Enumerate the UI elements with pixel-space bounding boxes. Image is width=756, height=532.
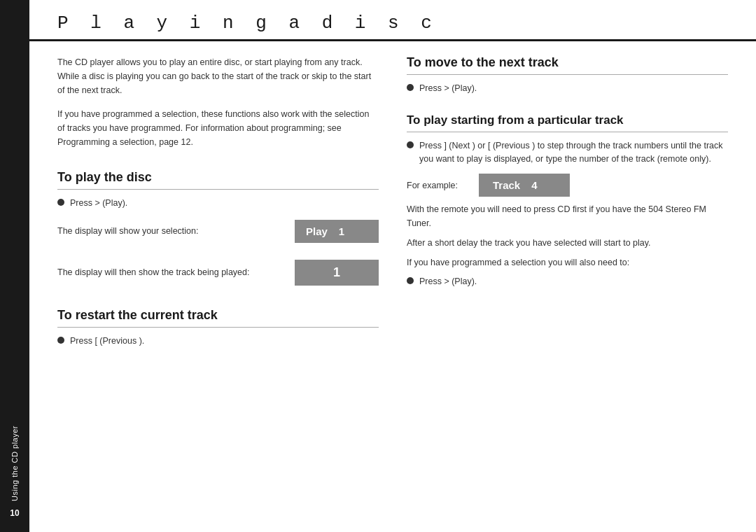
section-next-track-heading: To move to the next track [407, 55, 728, 75]
page-title: P l a y i n g a d i s c [57, 13, 728, 39]
number-display-box: 1 [295, 260, 379, 286]
play-box-text: Play [306, 225, 328, 237]
track-display-box: Track 4 [479, 174, 570, 197]
section-restart-heading: To restart the current track [57, 308, 379, 328]
final-bullet: Press > (Play). [407, 275, 728, 288]
left-column: The CD player allows you to play an enti… [57, 55, 379, 532]
right-column: To move to the next track Press > (Play)… [407, 55, 728, 532]
intro-para-2: If you have programmed a selection, thes… [57, 107, 379, 149]
content-area: The CD player allows you to play an enti… [29, 55, 756, 532]
sidebar-label: Using the CD player [10, 426, 19, 501]
para-3: If you have programmed a selection you w… [407, 255, 728, 270]
particular-track-bullet: Press ] (Next ) or [ (Previous ) to step… [407, 139, 728, 166]
track-box-text: Track [493, 179, 520, 191]
play-box-number: 1 [339, 225, 344, 237]
track-box-number: 4 [531, 179, 537, 191]
for-example-label: For example: [407, 181, 458, 190]
final-bullet-text: Press > (Play). [419, 275, 477, 288]
display-label-row-1: The display will show your selection: Pl… [57, 216, 379, 247]
bullet-dot-icon-2 [57, 337, 64, 344]
section-play-disc-heading: To play the disc [57, 170, 379, 190]
page-number: 10 [10, 508, 19, 518]
play-disc-bullet: Press > (Play). [57, 197, 379, 210]
display-label-1: The display will show your selection: [57, 225, 267, 238]
restart-bullet: Press [ (Previous ). [57, 335, 379, 348]
page-header: P l a y i n g a d i s c [29, 0, 756, 41]
bullet-dot-icon-4 [407, 141, 414, 148]
particular-track-bullet-text: Press ] (Next ) or [ (Previous ) to step… [419, 139, 728, 166]
play-disc-bullet-text: Press > (Play). [70, 197, 127, 210]
bullet-dot-icon-5 [407, 277, 414, 284]
para-2: After a short delay the track you have s… [407, 236, 728, 250]
display-label-row-2: The display will then show the track bei… [57, 255, 379, 290]
number-box-text: 1 [333, 265, 340, 280]
next-track-bullet-text: Press > (Play). [419, 82, 477, 95]
bullet-dot-icon-3 [407, 84, 414, 91]
play-display-box: Play 1 [295, 220, 379, 243]
section-particular-track-heading: To play starting from a particular track [407, 113, 728, 132]
next-track-bullet: Press > (Play). [407, 82, 728, 95]
display-label-2: The display will then show the track bei… [57, 266, 267, 279]
intro-para-1: The CD player allows you to play an enti… [57, 55, 379, 97]
sidebar: Using the CD player 10 [0, 0, 29, 532]
para-1: With the remote you will need to press C… [407, 202, 728, 230]
restart-bullet-text: Press [ (Previous ). [70, 335, 144, 348]
for-example-row: For example: Track 4 [407, 174, 728, 197]
bullet-dot-icon [57, 199, 64, 206]
main-content: P l a y i n g a d i s c The CD player al… [29, 0, 756, 532]
